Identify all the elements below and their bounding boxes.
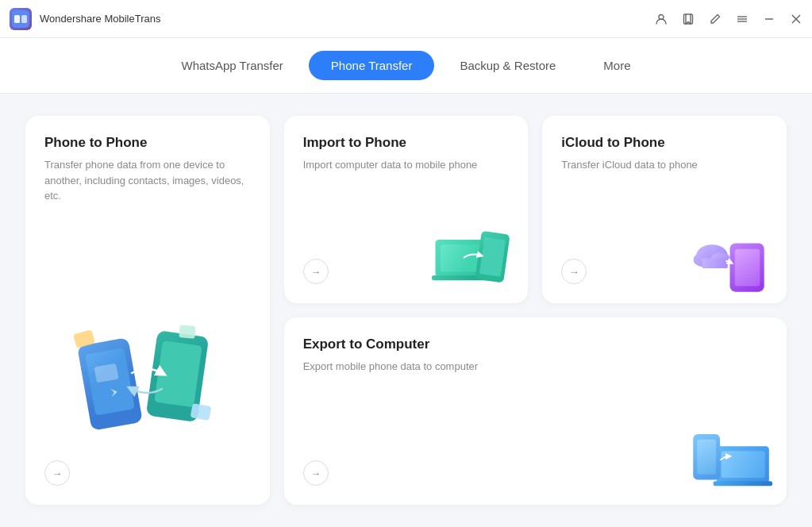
nav-bar: WhatsApp Transfer Phone Transfer Backup … xyxy=(0,38,812,94)
account-icon[interactable] xyxy=(655,13,668,25)
app-logo xyxy=(10,8,32,30)
import-illustration xyxy=(431,225,518,297)
svg-rect-1 xyxy=(14,15,20,23)
svg-rect-31 xyxy=(722,451,765,478)
phone-to-phone-illustration xyxy=(68,310,227,460)
card-phone-to-phone-title: Phone to Phone xyxy=(44,135,251,151)
card-icloud-arrow[interactable]: → xyxy=(561,259,587,284)
card-import-arrow[interactable]: → xyxy=(303,259,329,284)
titlebar: Wondershare MobileTrans xyxy=(0,0,812,38)
close-button[interactable] xyxy=(790,13,802,25)
icloud-illustration xyxy=(690,225,777,297)
card-export-arrow[interactable]: → xyxy=(303,460,329,486)
tab-more[interactable]: More xyxy=(581,51,652,80)
edit-icon[interactable] xyxy=(709,13,722,25)
menu-icon[interactable] xyxy=(736,13,749,25)
card-icloud-to-phone[interactable]: iCloud to Phone Transfer iCloud data to … xyxy=(542,116,787,303)
svg-rect-17 xyxy=(179,325,195,339)
tab-backup[interactable]: Backup & Restore xyxy=(437,51,578,80)
card-import-title: Import to Phone xyxy=(303,135,510,151)
export-illustration xyxy=(690,427,777,498)
svg-rect-34 xyxy=(697,440,716,475)
main-content: Phone to Phone Transfer phone data from … xyxy=(0,94,812,527)
card-phone-to-phone[interactable]: Phone to Phone Transfer phone data from … xyxy=(25,116,270,505)
card-icloud-title: iCloud to Phone xyxy=(561,135,768,151)
svg-rect-25 xyxy=(735,249,760,287)
card-export-title: Export to Computer xyxy=(303,337,768,352)
svg-rect-2 xyxy=(21,15,27,23)
card-import-to-phone[interactable]: Import to Phone Import computer data to … xyxy=(284,116,529,303)
window-controls xyxy=(655,13,802,25)
tab-phone[interactable]: Phone Transfer xyxy=(309,51,435,80)
card-export-to-computer[interactable]: Export to Computer Export mobile phone d… xyxy=(284,317,787,505)
minimize-button[interactable] xyxy=(763,13,775,25)
tab-whatsapp[interactable]: WhatsApp Transfer xyxy=(159,51,305,80)
card-phone-to-phone-desc: Transfer phone data from one device to a… xyxy=(44,157,251,309)
card-phone-to-phone-arrow[interactable]: → xyxy=(44,460,70,486)
svg-rect-32 xyxy=(714,481,772,486)
svg-rect-29 xyxy=(702,258,727,268)
bookmark-icon[interactable] xyxy=(682,13,695,25)
app-title: Wondershare MobileTrans xyxy=(40,13,655,25)
